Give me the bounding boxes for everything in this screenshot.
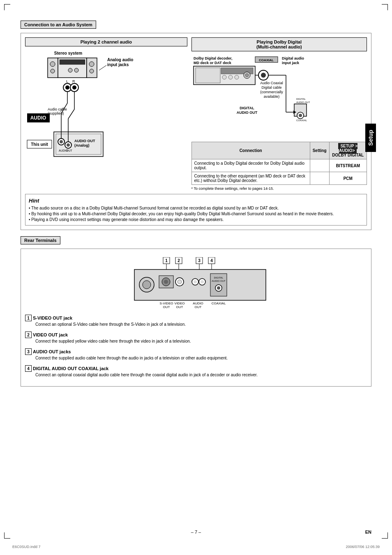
jack-desc-1: 1 S-VIDEO OUT jack Connect an optional S… (25, 315, 367, 327)
svg-point-2 (50, 62, 55, 67)
svg-point-3 (51, 69, 55, 73)
rear-diagram-svg: 1 2 3 4 (93, 257, 299, 311)
dolby-digital-label: DOLBY DIGITAL (332, 153, 364, 157)
bitstream-label: BITSTREAM (329, 159, 367, 172)
hint-bullet3: • Playing a DVD using incorrect settings… (29, 217, 363, 222)
video-title: VIDEO OUT jack (33, 332, 68, 337)
svg-text:OUT: OUT (176, 305, 183, 309)
svg-point-74 (299, 114, 302, 117)
svg-rect-5 (60, 60, 85, 64)
left-column: Playing 2 channel audio Stereo system (25, 37, 187, 191)
svg-point-7 (74, 68, 78, 72)
svg-text:DIGITAL: DIGITAL (214, 276, 224, 279)
svg-text:Stereo system: Stereo system (54, 51, 82, 55)
playing-dolby-box: Playing Dolby Digital (Multi-channel aud… (191, 37, 367, 51)
playing-2ch-box: Playing 2 channel audio (25, 37, 187, 46)
svg-text:R: R (72, 79, 75, 83)
svg-text:OUT: OUT (163, 305, 170, 309)
bitstream-connection: Connecting to a Dolby Digital decoder fo… (191, 159, 310, 172)
hint-section: Hint • The audio source on a disc in a D… (25, 194, 367, 226)
jack-desc-2: 2 VIDEO OUT jack Connect the supplied ye… (25, 332, 367, 343)
svg-point-9 (89, 62, 94, 67)
rear-diagram: 1 2 3 4 (25, 257, 367, 311)
svg-text:Audio cable: Audio cable (48, 107, 67, 111)
terminal-2: 2 (25, 332, 32, 338)
svg-text:S-VIDEO: S-VIDEO (160, 302, 173, 305)
svg-text:AUDIO: AUDIO (193, 302, 203, 305)
jack-descriptions: 1 S-VIDEO OUT jack Connect an optional S… (25, 315, 367, 377)
svg-line-27 (68, 109, 74, 119)
svg-point-91 (143, 281, 151, 289)
pcm-label: PCM (329, 172, 367, 185)
svg-point-10 (90, 69, 94, 73)
left-diagram-svg: Stereo system (25, 50, 140, 169)
svg-text:VIDEO: VIDEO (175, 302, 185, 305)
svg-text:Analog audio: Analog audio (107, 58, 133, 62)
svg-point-56 (245, 74, 249, 77)
svg-text:MD deck or DAT deck: MD deck or DAT deck (194, 61, 232, 65)
svg-line-13 (99, 65, 106, 70)
rear-section-header: Rear Terminals (21, 236, 60, 244)
audio-section: Playing 2 channel audio Stereo system (21, 33, 371, 230)
svg-text:DIGITAL: DIGITAL (240, 106, 254, 110)
audio-title: AUDIO OUT jacks (33, 349, 71, 354)
svg-text:AUDIO: AUDIO (30, 115, 46, 121)
svg-text:L: L (66, 79, 68, 83)
settings-table: Connection Setting SETUP > AUDIO> DOLBY … (191, 142, 367, 185)
svg-text:Digital cable: Digital cable (261, 85, 281, 90)
svg-text:AUDIO OUT: AUDIO OUT (74, 139, 95, 143)
table-row-pcm: Connecting to the other equipment (an MD… (191, 172, 367, 185)
svg-rect-50 (196, 68, 220, 83)
svg-point-94 (164, 280, 168, 284)
setup-tab: Setup (365, 124, 376, 152)
col-setup: SETUP > AUDIO> DOLBY DIGITAL (329, 142, 367, 159)
svg-text:Digital audio: Digital audio (282, 56, 304, 60)
svg-text:Audio Coaxial: Audio Coaxial (260, 81, 283, 85)
svg-text:DIGITAL: DIGITAL (296, 98, 306, 100)
svg-point-17 (65, 85, 69, 90)
corner-tl (4, 4, 10, 10)
svg-point-100 (201, 280, 204, 283)
svg-point-54 (235, 75, 239, 79)
svideo-title: S-VIDEO OUT jack (33, 315, 72, 320)
svg-text:AUDIO OUT: AUDIO OUT (212, 280, 226, 282)
hint-bullet2: • By hooking this unit up to a Multi-cha… (29, 212, 363, 216)
svg-point-105 (217, 286, 220, 290)
page-number: – 7 – (191, 530, 201, 534)
jack-desc-3: 3 AUDIO OUT jacks Connect the supplied a… (25, 348, 367, 360)
jack-desc-4: 4 DIGITAL AUDIO OUT COAXIAL jack Connect… (25, 365, 367, 377)
svg-text:COAXIAL: COAXIAL (296, 119, 307, 122)
digital-audio-desc: Connect an optional coaxial digital audi… (35, 373, 367, 377)
col-setting: Setting (310, 142, 329, 159)
rear-section: 1 2 3 4 (21, 249, 371, 387)
svg-text:1: 1 (165, 258, 168, 263)
svg-rect-8 (87, 58, 97, 78)
svg-point-98 (194, 280, 197, 283)
corner-tr (382, 4, 388, 10)
video-desc: Connect the supplied yellow video cable … (35, 339, 367, 343)
svg-text:COAXIAL: COAXIAL (212, 302, 226, 305)
svg-text:AUDIO OUT: AUDIO OUT (296, 101, 310, 104)
pcm-connection: Connecting to the other equipment (an MD… (191, 172, 310, 185)
page-container: Connection to an Audio System Playing 2 … (0, 0, 392, 555)
svg-point-96 (178, 280, 182, 284)
svg-text:(commercially: (commercially (260, 90, 283, 94)
svg-text:4: 4 (210, 258, 213, 263)
svg-text:available): available) (263, 94, 279, 99)
svg-point-38 (67, 143, 70, 147)
right-diagram-svg: Dolby Digital decoder, MD deck or DAT de… (191, 55, 331, 137)
svg-text:OUT: OUT (195, 305, 202, 309)
two-column-layout: Playing 2 channel audio Stereo system (25, 37, 367, 191)
page-footer: – 7 – EN (0, 530, 392, 534)
terminal-3: 3 (25, 348, 32, 355)
right-column: Playing Dolby Digital (Multi-channel aud… (191, 37, 367, 191)
svg-text:OUT: OUT (66, 149, 73, 152)
svg-point-19 (72, 85, 76, 90)
hint-title: Hint (29, 198, 363, 204)
svg-text:Dolby Digital decoder,: Dolby Digital decoder, (194, 56, 233, 60)
svg-text:3: 3 (198, 258, 201, 263)
svg-rect-1 (48, 58, 58, 78)
svg-text:AUDIO OUT: AUDIO OUT (236, 111, 257, 115)
svg-point-36 (60, 140, 63, 143)
svg-text:input jack: input jack (282, 61, 300, 65)
